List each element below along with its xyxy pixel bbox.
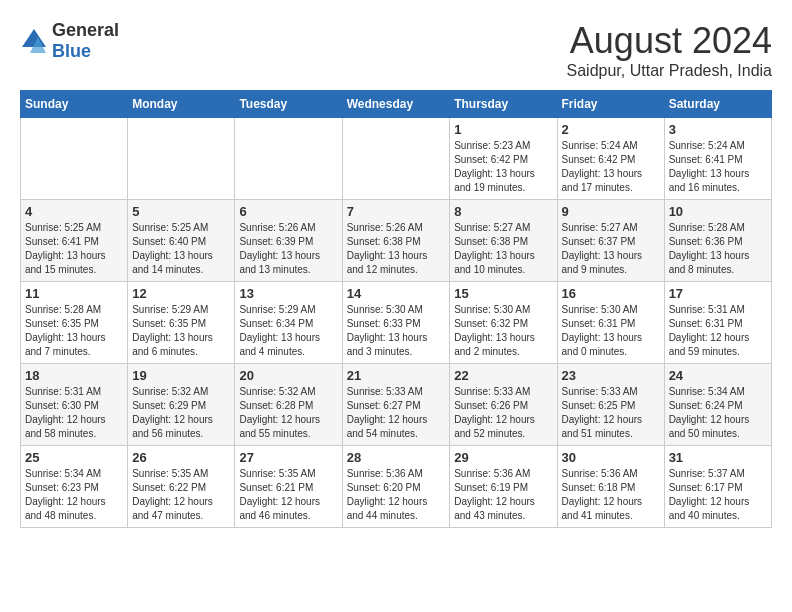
day-number: 7 xyxy=(347,204,446,219)
calendar-cell: 28Sunrise: 5:36 AM Sunset: 6:20 PM Dayli… xyxy=(342,446,450,528)
logo: General Blue xyxy=(20,20,119,62)
day-number: 2 xyxy=(562,122,660,137)
calendar-cell: 21Sunrise: 5:33 AM Sunset: 6:27 PM Dayli… xyxy=(342,364,450,446)
calendar-week-2: 11Sunrise: 5:28 AM Sunset: 6:35 PM Dayli… xyxy=(21,282,772,364)
day-info: Sunrise: 5:26 AM Sunset: 6:39 PM Dayligh… xyxy=(239,221,337,277)
calendar-cell: 18Sunrise: 5:31 AM Sunset: 6:30 PM Dayli… xyxy=(21,364,128,446)
day-number: 13 xyxy=(239,286,337,301)
day-info: Sunrise: 5:27 AM Sunset: 6:37 PM Dayligh… xyxy=(562,221,660,277)
calendar-cell: 29Sunrise: 5:36 AM Sunset: 6:19 PM Dayli… xyxy=(450,446,557,528)
day-number: 11 xyxy=(25,286,123,301)
calendar-cell: 14Sunrise: 5:30 AM Sunset: 6:33 PM Dayli… xyxy=(342,282,450,364)
day-info: Sunrise: 5:36 AM Sunset: 6:20 PM Dayligh… xyxy=(347,467,446,523)
day-info: Sunrise: 5:31 AM Sunset: 6:30 PM Dayligh… xyxy=(25,385,123,441)
day-info: Sunrise: 5:36 AM Sunset: 6:19 PM Dayligh… xyxy=(454,467,552,523)
day-info: Sunrise: 5:36 AM Sunset: 6:18 PM Dayligh… xyxy=(562,467,660,523)
day-info: Sunrise: 5:30 AM Sunset: 6:31 PM Dayligh… xyxy=(562,303,660,359)
calendar-week-3: 18Sunrise: 5:31 AM Sunset: 6:30 PM Dayli… xyxy=(21,364,772,446)
day-info: Sunrise: 5:33 AM Sunset: 6:26 PM Dayligh… xyxy=(454,385,552,441)
calendar-cell: 13Sunrise: 5:29 AM Sunset: 6:34 PM Dayli… xyxy=(235,282,342,364)
weekday-header-wednesday: Wednesday xyxy=(342,91,450,118)
calendar-cell: 31Sunrise: 5:37 AM Sunset: 6:17 PM Dayli… xyxy=(664,446,771,528)
calendar-cell: 7Sunrise: 5:26 AM Sunset: 6:38 PM Daylig… xyxy=(342,200,450,282)
day-info: Sunrise: 5:29 AM Sunset: 6:34 PM Dayligh… xyxy=(239,303,337,359)
calendar-cell: 22Sunrise: 5:33 AM Sunset: 6:26 PM Dayli… xyxy=(450,364,557,446)
calendar-cell: 6Sunrise: 5:26 AM Sunset: 6:39 PM Daylig… xyxy=(235,200,342,282)
day-info: Sunrise: 5:32 AM Sunset: 6:29 PM Dayligh… xyxy=(132,385,230,441)
day-number: 31 xyxy=(669,450,767,465)
day-number: 5 xyxy=(132,204,230,219)
day-number: 26 xyxy=(132,450,230,465)
calendar: SundayMondayTuesdayWednesdayThursdayFrid… xyxy=(20,90,772,528)
day-number: 12 xyxy=(132,286,230,301)
calendar-cell: 23Sunrise: 5:33 AM Sunset: 6:25 PM Dayli… xyxy=(557,364,664,446)
day-number: 18 xyxy=(25,368,123,383)
day-info: Sunrise: 5:34 AM Sunset: 6:24 PM Dayligh… xyxy=(669,385,767,441)
calendar-cell: 25Sunrise: 5:34 AM Sunset: 6:23 PM Dayli… xyxy=(21,446,128,528)
day-number: 17 xyxy=(669,286,767,301)
day-number: 8 xyxy=(454,204,552,219)
svg-marker-0 xyxy=(22,29,46,47)
day-number: 6 xyxy=(239,204,337,219)
day-number: 30 xyxy=(562,450,660,465)
calendar-cell: 4Sunrise: 5:25 AM Sunset: 6:41 PM Daylig… xyxy=(21,200,128,282)
calendar-cell: 15Sunrise: 5:30 AM Sunset: 6:32 PM Dayli… xyxy=(450,282,557,364)
day-info: Sunrise: 5:33 AM Sunset: 6:25 PM Dayligh… xyxy=(562,385,660,441)
calendar-cell: 26Sunrise: 5:35 AM Sunset: 6:22 PM Dayli… xyxy=(128,446,235,528)
day-number: 22 xyxy=(454,368,552,383)
weekday-header-saturday: Saturday xyxy=(664,91,771,118)
day-info: Sunrise: 5:24 AM Sunset: 6:41 PM Dayligh… xyxy=(669,139,767,195)
day-info: Sunrise: 5:28 AM Sunset: 6:36 PM Dayligh… xyxy=(669,221,767,277)
subtitle: Saidpur, Uttar Pradesh, India xyxy=(567,62,772,80)
day-info: Sunrise: 5:24 AM Sunset: 6:42 PM Dayligh… xyxy=(562,139,660,195)
day-info: Sunrise: 5:26 AM Sunset: 6:38 PM Dayligh… xyxy=(347,221,446,277)
day-number: 21 xyxy=(347,368,446,383)
day-number: 1 xyxy=(454,122,552,137)
calendar-cell: 30Sunrise: 5:36 AM Sunset: 6:18 PM Dayli… xyxy=(557,446,664,528)
calendar-cell: 11Sunrise: 5:28 AM Sunset: 6:35 PM Dayli… xyxy=(21,282,128,364)
day-info: Sunrise: 5:28 AM Sunset: 6:35 PM Dayligh… xyxy=(25,303,123,359)
title-area: August 2024 Saidpur, Uttar Pradesh, Indi… xyxy=(567,20,772,80)
weekday-header-sunday: Sunday xyxy=(21,91,128,118)
main-title: August 2024 xyxy=(567,20,772,62)
logo-text: General Blue xyxy=(52,20,119,62)
calendar-cell xyxy=(235,118,342,200)
day-number: 16 xyxy=(562,286,660,301)
day-info: Sunrise: 5:30 AM Sunset: 6:32 PM Dayligh… xyxy=(454,303,552,359)
day-number: 27 xyxy=(239,450,337,465)
calendar-cell: 27Sunrise: 5:35 AM Sunset: 6:21 PM Dayli… xyxy=(235,446,342,528)
day-info: Sunrise: 5:37 AM Sunset: 6:17 PM Dayligh… xyxy=(669,467,767,523)
calendar-cell: 8Sunrise: 5:27 AM Sunset: 6:38 PM Daylig… xyxy=(450,200,557,282)
header: General Blue August 2024 Saidpur, Uttar … xyxy=(20,20,772,80)
day-number: 15 xyxy=(454,286,552,301)
day-info: Sunrise: 5:35 AM Sunset: 6:21 PM Dayligh… xyxy=(239,467,337,523)
day-number: 28 xyxy=(347,450,446,465)
weekday-header-tuesday: Tuesday xyxy=(235,91,342,118)
logo-blue: Blue xyxy=(52,41,91,61)
calendar-cell: 12Sunrise: 5:29 AM Sunset: 6:35 PM Dayli… xyxy=(128,282,235,364)
day-info: Sunrise: 5:29 AM Sunset: 6:35 PM Dayligh… xyxy=(132,303,230,359)
calendar-cell: 19Sunrise: 5:32 AM Sunset: 6:29 PM Dayli… xyxy=(128,364,235,446)
logo-general: General xyxy=(52,20,119,40)
day-number: 3 xyxy=(669,122,767,137)
calendar-cell xyxy=(342,118,450,200)
day-info: Sunrise: 5:35 AM Sunset: 6:22 PM Dayligh… xyxy=(132,467,230,523)
day-number: 29 xyxy=(454,450,552,465)
calendar-cell: 16Sunrise: 5:30 AM Sunset: 6:31 PM Dayli… xyxy=(557,282,664,364)
day-number: 9 xyxy=(562,204,660,219)
day-info: Sunrise: 5:25 AM Sunset: 6:40 PM Dayligh… xyxy=(132,221,230,277)
day-number: 25 xyxy=(25,450,123,465)
weekday-header-friday: Friday xyxy=(557,91,664,118)
calendar-body: 1Sunrise: 5:23 AM Sunset: 6:42 PM Daylig… xyxy=(21,118,772,528)
day-info: Sunrise: 5:33 AM Sunset: 6:27 PM Dayligh… xyxy=(347,385,446,441)
day-number: 19 xyxy=(132,368,230,383)
calendar-week-4: 25Sunrise: 5:34 AM Sunset: 6:23 PM Dayli… xyxy=(21,446,772,528)
calendar-cell: 1Sunrise: 5:23 AM Sunset: 6:42 PM Daylig… xyxy=(450,118,557,200)
day-number: 4 xyxy=(25,204,123,219)
day-info: Sunrise: 5:25 AM Sunset: 6:41 PM Dayligh… xyxy=(25,221,123,277)
calendar-cell: 9Sunrise: 5:27 AM Sunset: 6:37 PM Daylig… xyxy=(557,200,664,282)
day-number: 23 xyxy=(562,368,660,383)
calendar-week-0: 1Sunrise: 5:23 AM Sunset: 6:42 PM Daylig… xyxy=(21,118,772,200)
calendar-cell: 5Sunrise: 5:25 AM Sunset: 6:40 PM Daylig… xyxy=(128,200,235,282)
weekday-header-thursday: Thursday xyxy=(450,91,557,118)
